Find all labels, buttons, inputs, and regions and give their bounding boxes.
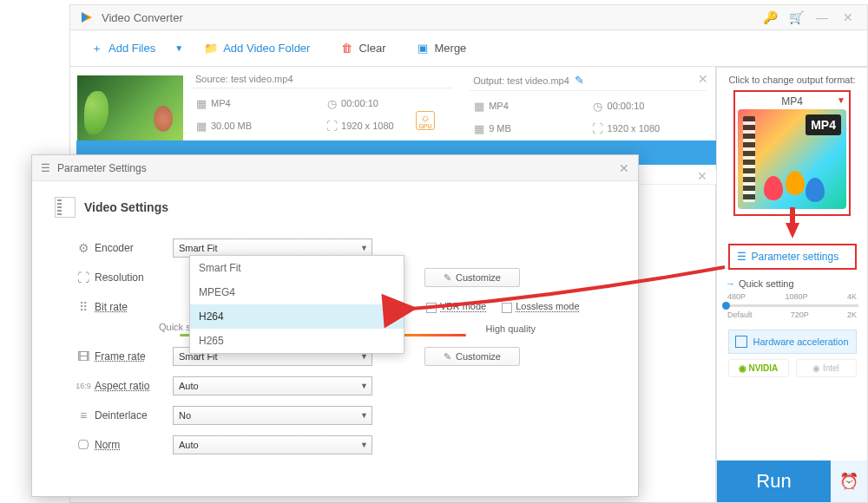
chevron-down-icon: ▼ (837, 95, 845, 105)
parameter-settings-button[interactable]: ☰ Parameter settings (728, 244, 857, 270)
run-row: Run ⏰ (717, 461, 867, 502)
src-res: 1920 x 1080 (341, 121, 394, 131)
clock-icon: ◷ (589, 100, 608, 113)
add-folder-button[interactable]: 📁 Add Video Folder (194, 36, 320, 61)
out-duration: 00:00:10 (608, 101, 645, 111)
norm-select[interactable]: Auto▼ (173, 435, 372, 454)
chevron-down-icon: ▼ (360, 382, 368, 390)
trash-icon: 🗑 (339, 42, 353, 56)
monitor-icon: 🖵 (72, 438, 95, 452)
chevron-down-icon: ▼ (360, 411, 368, 420)
out-size: 9 MB (489, 123, 511, 134)
aspect-label: Aspect ratio (95, 380, 173, 392)
aspect-field: 16:9 Aspect ratio Auto▼ (72, 371, 615, 401)
folder-icon: 📁 (204, 42, 218, 56)
minimize-icon[interactable]: — (812, 7, 832, 28)
film-icon (55, 197, 76, 218)
add-files-button[interactable]: ＋ Add Files (79, 36, 166, 61)
sliders-icon: ☰ (41, 162, 50, 174)
resolution-label: Resolution (95, 271, 173, 284)
dialog-title: Parameter Settings (57, 162, 147, 174)
source-meta: Source: test video.mp4 ▦MP4 ◷00:00:10 ▦3… (183, 67, 461, 149)
dialog-titlebar: ☰ Parameter Settings ✕ (32, 155, 638, 181)
close-icon[interactable]: ✕ (697, 169, 707, 183)
quality-label: High quality (486, 323, 536, 334)
lines-icon: ≡ (72, 408, 95, 422)
video-thumbnail[interactable] (77, 75, 183, 140)
title-bar: Video Converter 🔑 🛒 — ✕ (69, 4, 868, 30)
aspect-value: Auto (179, 381, 199, 391)
format-icon: ▦ (192, 97, 211, 110)
out-res: 1920 x 1080 (608, 123, 661, 134)
add-folder-label: Add Video Folder (223, 42, 310, 55)
deinterlace-field: ≡ Deinterlace No▼ (72, 401, 615, 430)
aspect-select[interactable]: Auto▼ (173, 376, 372, 395)
bitrate-options: VBR mode Lossless mode (426, 301, 580, 312)
cart-icon[interactable]: 🛒 (786, 7, 806, 28)
customize-label: Customize (456, 351, 501, 362)
run-button[interactable]: Run (717, 461, 831, 502)
close-icon[interactable]: ✕ (838, 7, 858, 28)
gpu-label: GPU (418, 123, 431, 129)
section-title: Video Settings (84, 200, 168, 214)
clear-label: Clear (358, 42, 385, 55)
aspect-icon: 16:9 (72, 382, 95, 390)
gear-icon: ⚙ (72, 241, 95, 255)
vbr-label: VBR mode (440, 301, 486, 311)
remove-file-icon[interactable]: ✕ (698, 72, 708, 86)
source-header: Source: test video.mp4 (192, 72, 452, 88)
bitrate-label: Bit rate (95, 301, 173, 313)
nvidia-badge: ◉ NVIDIA (728, 359, 789, 377)
clock-icon: ◷ (322, 97, 341, 110)
framerate-label: Frame rate (95, 350, 173, 363)
customize-framerate-button[interactable]: ✎Customize (424, 347, 520, 366)
dialog-close-icon[interactable]: ✕ (619, 161, 629, 175)
key-icon[interactable]: 🔑 (760, 7, 780, 28)
chevron-down-icon: ▼ (360, 244, 368, 252)
size-icon: ▦ (470, 122, 489, 135)
src-duration: 00:00:10 (341, 98, 378, 108)
out-format: MP4 (489, 101, 509, 111)
merge-label: Merge (435, 42, 467, 55)
output-format-box[interactable]: ▼ MP4 MP4 (733, 90, 851, 216)
hw-label: Hardware acceleration (753, 336, 848, 347)
annotation-arrow-down-icon (786, 223, 799, 238)
encoder-dropdown[interactable]: Smart Fit MPEG4 H264 H265 (189, 255, 404, 354)
dropdown-caret-icon[interactable]: ▼ (174, 43, 183, 53)
encoder-option[interactable]: MPEG4 (190, 280, 404, 304)
mark: Default (727, 310, 753, 319)
app-title: Video Converter (102, 11, 183, 24)
plus-icon: ＋ (89, 42, 103, 56)
format-title: MP4 (737, 94, 847, 109)
hardware-acceleration-button[interactable]: Hardware acceleration (728, 330, 857, 354)
mark: 1080P (785, 292, 807, 301)
format-badge: MP4 (806, 114, 841, 135)
customize-resolution-button[interactable]: ✎Customize (424, 268, 520, 287)
film-icon: 🎞 (72, 349, 95, 363)
run-label: Run (756, 470, 791, 493)
alarm-button[interactable]: ⏰ (831, 461, 867, 502)
encoder-label: Encoder (95, 242, 173, 254)
encoder-option[interactable]: Smart Fit (190, 256, 404, 280)
lossless-label: Lossless mode (516, 301, 579, 311)
mark: 2K (847, 310, 857, 319)
edit-icon[interactable]: ✎ (575, 74, 584, 87)
deinterlace-value: No (179, 410, 191, 421)
deinterlace-select[interactable]: No▼ (173, 406, 372, 425)
lossless-checkbox[interactable] (502, 303, 512, 313)
vbr-checkbox[interactable] (426, 303, 437, 313)
encoder-value: Smart Fit (179, 243, 218, 253)
clear-button[interactable]: 🗑 Clear (329, 36, 396, 61)
quick-setting-label: Quick setting (726, 278, 858, 289)
size-icon: ▦ (192, 120, 211, 133)
expand-icon: ⛶ (72, 271, 95, 284)
gpu-badge: GPU (416, 111, 435, 130)
add-files-label: Add Files (108, 42, 155, 55)
encoder-option[interactable]: H264 (190, 304, 404, 329)
src-size: 30.00 MB (211, 121, 252, 131)
encoder-option[interactable]: H265 (190, 329, 404, 353)
video-settings-header: Video Settings (55, 197, 615, 218)
norm-label: Norm (95, 439, 173, 451)
merge-button[interactable]: ▣ Merge (405, 36, 477, 61)
quality-slider[interactable] (726, 304, 858, 307)
